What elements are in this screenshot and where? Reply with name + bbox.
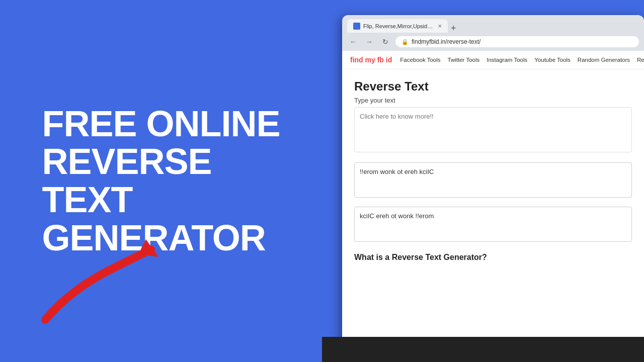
- nav-random[interactable]: Random Generators: [578, 57, 630, 63]
- right-panel: Flip, Reverse,Mirror,Upside Dow... × + ←…: [322, 0, 644, 362]
- bottom-bar: [322, 337, 644, 362]
- website-content: find my fb id Facebook Tools Twitter Too…: [342, 51, 644, 352]
- browser-chrome: Flip, Reverse,Mirror,Upside Dow... × +: [342, 15, 644, 33]
- arrow-overlay: [30, 229, 171, 332]
- page-title: Reverse Text: [354, 79, 632, 94]
- address-bar[interactable]: 🔒 findmyfbid.in/reverse-text/: [395, 36, 639, 47]
- browser-window: Flip, Reverse,Mirror,Upside Dow... × + ←…: [342, 15, 644, 357]
- nav-instagram[interactable]: Instagram Tools: [487, 57, 527, 63]
- nav-facebook[interactable]: Facebook Tools: [400, 57, 440, 63]
- nav-reddit[interactable]: Reddit Tools: [637, 57, 644, 63]
- hero-line2: REVERSE: [42, 141, 211, 182]
- site-main: Reverse Text Type your text !!erom wonk …: [342, 69, 644, 272]
- logo-text: find my fb id: [350, 56, 392, 64]
- back-button[interactable]: ←: [347, 36, 359, 48]
- browser-tab-active[interactable]: Flip, Reverse,Mirror,Upside Dow... ×: [347, 19, 448, 33]
- section-heading: What is a Reverse Text Generator?: [354, 253, 632, 262]
- new-tab-button[interactable]: +: [448, 24, 459, 33]
- tab-title: Flip, Reverse,Mirror,Upside Dow...: [363, 23, 435, 29]
- forward-button[interactable]: →: [363, 36, 375, 48]
- hero-line1: FREE ONLINE: [42, 104, 280, 144]
- tab-close-button[interactable]: ×: [438, 22, 442, 30]
- svg-marker-0: [138, 239, 158, 257]
- site-logo: find my fb id: [350, 56, 392, 64]
- tab-favicon: [353, 23, 360, 30]
- arrow-icon: [30, 229, 171, 330]
- address-text: findmyfbid.in/reverse-text/: [412, 38, 480, 45]
- browser-toolbar: ← → ↻ 🔒 findmyfbid.in/reverse-text/: [342, 33, 644, 51]
- hero-line3: TEXT: [42, 179, 132, 220]
- text-input[interactable]: [354, 107, 632, 152]
- nav-twitter[interactable]: Twitter Tools: [448, 57, 480, 63]
- nav-youtube[interactable]: Youtube Tools: [534, 57, 571, 63]
- browser-tabs: Flip, Reverse,Mirror,Upside Dow... × +: [347, 19, 639, 33]
- refresh-button[interactable]: ↻: [379, 36, 391, 48]
- output-flipped[interactable]: kciIC ereh ot wonk !!erom: [354, 207, 632, 242]
- nav-items: Facebook Tools Twitter Tools Instagram T…: [400, 57, 644, 63]
- input-label: Type your text: [354, 97, 632, 104]
- lock-icon: 🔒: [401, 39, 409, 45]
- site-nav: find my fb id Facebook Tools Twitter Too…: [342, 51, 644, 69]
- output-reversed[interactable]: !!erom wonk ot ereh kciIC: [354, 162, 632, 198]
